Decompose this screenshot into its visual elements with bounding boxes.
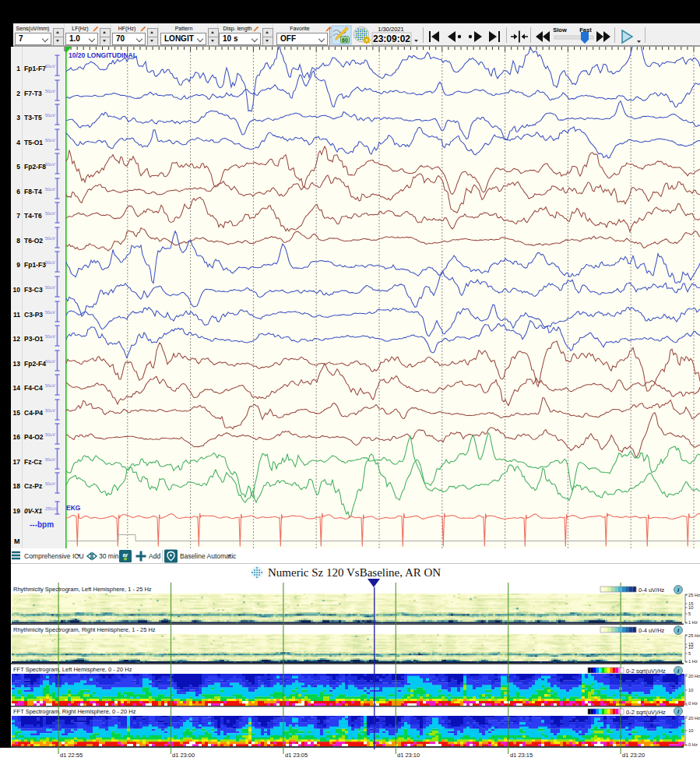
svg-text:d1 23:15: d1 23:15	[510, 752, 533, 759]
svg-text:5: 5	[688, 651, 691, 656]
svg-text:0-4 uV/Hz: 0-4 uV/Hz	[638, 587, 665, 594]
svg-text:10: 10	[688, 728, 693, 733]
svg-text:20 Hz: 20 Hz	[688, 674, 700, 678]
svg-text:d1 23:05: d1 23:05	[285, 752, 308, 759]
svg-text:1 Hz: 1 Hz	[688, 620, 698, 625]
svg-text:d1 23:00: d1 23:00	[172, 752, 195, 759]
svg-text:0 Hz: 0 Hz	[688, 701, 698, 706]
svg-text:0 Hz: 0 Hz	[688, 742, 698, 747]
svg-text:0-2 sqrt(uV)/Hz: 0-2 sqrt(uV)/Hz	[626, 668, 666, 675]
svg-text:d1 22:55: d1 22:55	[60, 752, 83, 759]
svg-text:5: 5	[688, 611, 691, 616]
svg-text:25 Hz: 25 Hz	[688, 593, 700, 597]
svg-text:10: 10	[688, 605, 693, 610]
svg-text:Rhythmicity Spectrogram, Right: Rhythmicity Spectrogram, Right Hemispher…	[13, 626, 156, 633]
svg-text:1 Hz: 1 Hz	[688, 659, 698, 664]
svg-text:10: 10	[688, 688, 693, 692]
svg-text:d1 23:20: d1 23:20	[622, 752, 645, 759]
svg-text:FFT Spectrogram, Left Hemisphe: FFT Spectrogram, Left Hemisphere, 0 - 20…	[13, 666, 132, 673]
svg-text:20 Hz: 20 Hz	[688, 716, 700, 720]
svg-text:25 Hz: 25 Hz	[688, 633, 700, 638]
svg-text:d1 23:10: d1 23:10	[397, 752, 420, 759]
svg-text:0-2 sqrt(uV)/Hz: 0-2 sqrt(uV)/Hz	[626, 709, 666, 716]
svg-text:10: 10	[688, 645, 693, 650]
svg-text:0-4 uV/Hz: 0-4 uV/Hz	[638, 627, 665, 634]
svg-text:Rhythmicity Spectrogram, Left: Rhythmicity Spectrogram, Left Hemisphere…	[13, 586, 152, 593]
svg-text:FFT Spectrogram, Right Hemisph: FFT Spectrogram, Right Hemisphere, 0 - 2…	[13, 708, 136, 715]
